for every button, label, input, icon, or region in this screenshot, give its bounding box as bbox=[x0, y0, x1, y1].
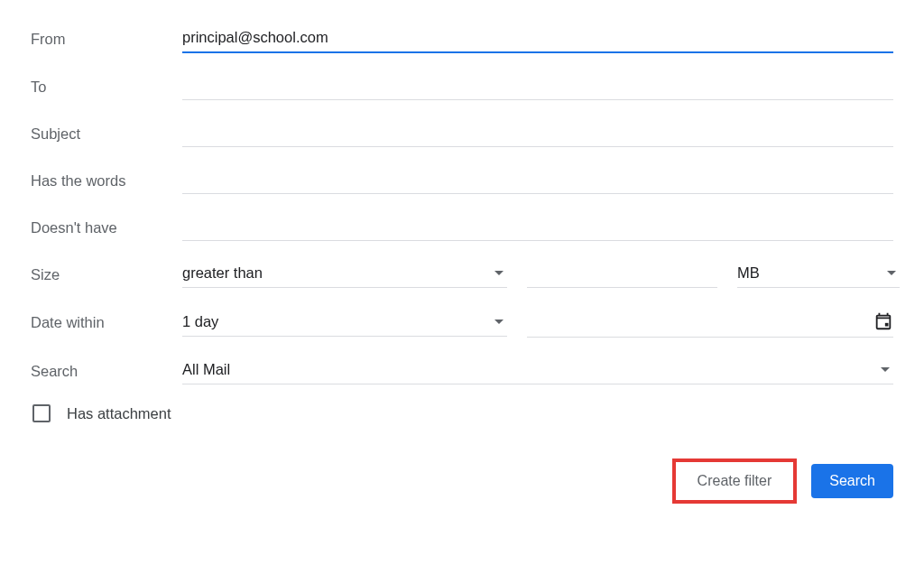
has-words-input[interactable] bbox=[182, 167, 893, 194]
search-button[interactable]: Search bbox=[811, 464, 893, 498]
svg-rect-0 bbox=[885, 323, 889, 327]
row-size: Size greater than MB bbox=[31, 261, 893, 288]
chevron-down-icon bbox=[494, 320, 504, 324]
row-search-scope: Search All Mail bbox=[31, 357, 893, 384]
field-wrap-size: greater than MB bbox=[182, 261, 900, 288]
button-row: Create filter Search bbox=[31, 458, 893, 504]
label-doesnt-have: Doesn't have bbox=[31, 219, 182, 236]
chevron-down-icon bbox=[494, 271, 504, 275]
row-has-attachment: Has attachment bbox=[31, 404, 893, 422]
row-from: From bbox=[31, 25, 893, 53]
doesnt-have-input[interactable] bbox=[182, 214, 893, 241]
has-attachment-checkbox[interactable] bbox=[32, 404, 51, 422]
field-wrap-subject bbox=[182, 120, 893, 147]
field-wrap-date: 1 day bbox=[182, 308, 893, 338]
date-range-value: 1 day bbox=[182, 313, 487, 330]
row-doesnt-have: Doesn't have bbox=[31, 214, 893, 241]
row-to: To bbox=[31, 73, 893, 100]
chevron-down-icon bbox=[887, 271, 896, 275]
size-unit-value: MB bbox=[737, 264, 880, 282]
from-input[interactable] bbox=[182, 25, 893, 53]
field-wrap-has-words bbox=[182, 167, 893, 194]
label-to: To bbox=[31, 79, 182, 96]
size-comparator-select[interactable]: greater than bbox=[182, 261, 507, 288]
field-wrap-to bbox=[182, 73, 893, 100]
field-wrap-from bbox=[182, 25, 893, 53]
filter-form: From To Subject Has the words Doesn't ha… bbox=[0, 0, 924, 504]
calendar-icon bbox=[873, 311, 893, 331]
row-subject: Subject bbox=[31, 120, 893, 147]
field-wrap-doesnt-have bbox=[182, 214, 893, 241]
label-date-within: Date within bbox=[31, 314, 182, 331]
size-value-input[interactable] bbox=[527, 261, 717, 288]
has-attachment-label: Has attachment bbox=[67, 405, 171, 422]
label-size: Size bbox=[31, 266, 182, 283]
label-from: From bbox=[31, 31, 182, 48]
label-search-scope: Search bbox=[31, 363, 182, 380]
size-unit-select[interactable]: MB bbox=[737, 261, 900, 288]
to-input[interactable] bbox=[182, 73, 893, 100]
row-date-within: Date within 1 day bbox=[31, 308, 893, 338]
label-has-words: Has the words bbox=[31, 172, 182, 190]
date-value-input[interactable] bbox=[527, 308, 893, 338]
search-scope-value: All Mail bbox=[182, 361, 873, 378]
subject-input[interactable] bbox=[182, 120, 893, 147]
date-range-select[interactable]: 1 day bbox=[182, 310, 507, 337]
row-has-words: Has the words bbox=[31, 167, 893, 194]
create-filter-button[interactable]: Create filter bbox=[679, 464, 790, 498]
size-comparator-value: greater than bbox=[182, 264, 487, 282]
label-subject: Subject bbox=[31, 125, 182, 143]
field-wrap-search-scope: All Mail bbox=[182, 357, 893, 384]
chevron-down-icon bbox=[881, 367, 890, 372]
annotation-highlight: Create filter bbox=[672, 458, 798, 504]
search-scope-select[interactable]: All Mail bbox=[182, 357, 893, 384]
